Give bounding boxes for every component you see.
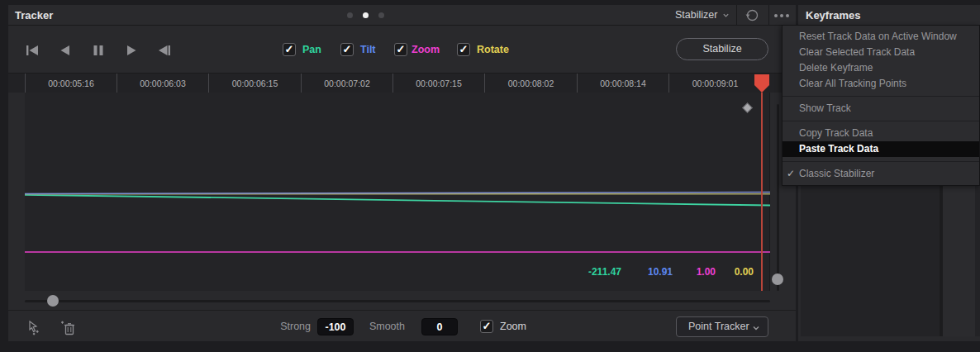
rotate-checkbox[interactable]: ✓ [457, 43, 470, 56]
page-dot-active[interactable] [363, 12, 369, 18]
checkmark-icon: ✓ [787, 166, 795, 182]
ellipsis-icon [786, 14, 789, 17]
zoom-value: 1.00 [686, 266, 716, 278]
pan-curve [25, 195, 770, 206]
pan-checkbox-label[interactable]: Pan [302, 43, 321, 56]
stabilize-button[interactable]: Stabilize [676, 38, 768, 60]
ellipsis-icon [774, 14, 778, 17]
transport-controls [25, 43, 172, 58]
zoom-checkbox[interactable]: ✓ [394, 43, 407, 56]
menu-divider [783, 161, 979, 162]
timeline-ruler[interactable]: 00:00:05:16 00:00:06:03 00:00:06:15 00:0… [8, 73, 796, 93]
ruler-timecode[interactable]: 00:00:06:15 [208, 74, 301, 93]
tracker-mode-label: Point Tracker [688, 321, 749, 332]
history-reset-icon [745, 7, 760, 23]
menu-item-clear-all-tracking-points[interactable]: Clear All Tracking Points [783, 76, 979, 92]
menu-item-paste-track-data[interactable]: Paste Track Data [783, 141, 979, 157]
timecode-label: 00:00:06:15 [232, 78, 278, 88]
keyframes-header: Keyframes [798, 5, 980, 26]
header-divider [736, 5, 737, 26]
tracker-panel: Tracker Stabilizer [8, 5, 796, 341]
trash-icon [64, 324, 74, 335]
skip-to-end-button[interactable] [157, 43, 172, 58]
timecode-label: 00:00:08:14 [600, 78, 645, 88]
ruler-timecode[interactable]: 00:00:07:15 [392, 74, 484, 93]
rotate-checkbox-label[interactable]: Rotate [477, 43, 509, 56]
menu-item-delete-keyframe[interactable]: Delete Keyframe [783, 60, 979, 76]
timecode-label: 00:00:09:01 [692, 78, 738, 88]
chevron-down-icon [722, 12, 730, 19]
ruler-timecode[interactable]: 00:00:08:14 [577, 74, 668, 93]
vertical-scale-slider-handle[interactable] [772, 274, 783, 285]
menu-item-clear-selected-track-data[interactable]: Clear Selected Track Data [783, 45, 979, 60]
ruler-timecode[interactable]: 00:00:06:03 [117, 74, 208, 93]
play-button[interactable] [124, 43, 139, 58]
tracker-header: Tracker Stabilizer [8, 5, 796, 26]
horizontal-scroll-track[interactable] [25, 300, 770, 302]
tracker-window: Tracker Stabilizer [0, 0, 980, 352]
tracker-bottom-bar: Strong Smooth ✓ Zoom Point Tracker [8, 310, 796, 341]
chevron-down-icon [752, 324, 760, 332]
tracking-graph[interactable] [25, 93, 770, 291]
menu-divider [783, 121, 979, 121]
playhead-line[interactable] [761, 93, 763, 291]
ruler-timecode[interactable]: 00:00:07:02 [301, 74, 392, 93]
zoom-checkbox-label[interactable]: Zoom [412, 43, 440, 56]
menu-item-label: Classic Stabilizer [799, 168, 874, 179]
header-divider [768, 5, 769, 26]
ruler-timecode[interactable]: 00:00:09:01 [668, 74, 761, 93]
pan-value: -211.47 [570, 266, 621, 278]
tilt-checkbox-label[interactable]: Tilt [360, 43, 376, 56]
pause-button[interactable] [91, 43, 106, 58]
add-tracker-point-button[interactable] [26, 320, 43, 336]
menu-item-copy-track-data[interactable]: Copy Track Data [783, 126, 979, 141]
vertical-scale-slider-track[interactable] [777, 104, 779, 291]
timecode-label: 00:00:07:15 [416, 78, 461, 88]
stabilizer-dropdown[interactable]: Stabilizer [675, 5, 730, 26]
page-title: Tracker [15, 5, 53, 26]
timecode-label: 00:00:08:02 [508, 78, 554, 88]
menu-divider [783, 96, 979, 97]
timecode-label: 00:00:05:16 [48, 78, 93, 88]
skip-to-start-button[interactable] [25, 43, 40, 58]
zoom-mode-label[interactable]: Zoom [500, 318, 526, 335]
page-dot[interactable] [347, 12, 353, 18]
ruler-timecode[interactable]: 00:00:05:16 [25, 74, 117, 93]
keyframes-title: Keyframes [806, 5, 861, 26]
ruler-timecode[interactable]: 00:00:08:02 [484, 74, 577, 93]
tracker-options-menu: Reset Track Data on Active Window Clear … [782, 25, 980, 186]
tracking-curves [25, 93, 770, 291]
zoom-mode-checkbox[interactable]: ✓ [480, 320, 493, 333]
menu-item-reset-track-data[interactable]: Reset Track Data on Active Window [783, 29, 979, 45]
smooth-label: Smooth [364, 318, 405, 335]
strong-label: Strong [266, 318, 311, 335]
options-menu-button[interactable] [774, 5, 789, 26]
reset-history-button[interactable] [745, 7, 760, 23]
page-dot[interactable] [378, 12, 384, 18]
tilt-checkbox[interactable]: ✓ [340, 43, 354, 56]
smooth-input[interactable] [421, 318, 458, 335]
ellipsis-icon [780, 14, 783, 17]
tilt-value: 10.91 [635, 266, 673, 278]
playhead-flag[interactable] [754, 74, 769, 93]
plus-icon [61, 321, 64, 324]
menu-item-show-track[interactable]: Show Track [783, 101, 979, 117]
tracker-mode-dropdown[interactable]: Point Tracker [676, 316, 768, 337]
rotate-value: 0.00 [724, 266, 754, 278]
timecode-label: 00:00:06:03 [140, 78, 185, 88]
page-dots[interactable] [347, 5, 384, 26]
strong-input[interactable] [317, 318, 354, 335]
horizontal-scroll-handle[interactable] [47, 295, 59, 307]
cursor-icon [30, 321, 36, 331]
timecode-label: 00:00:07:02 [324, 78, 369, 88]
stabilizer-dropdown-label: Stabilizer [675, 5, 717, 26]
pan-checkbox[interactable]: ✓ [283, 43, 296, 56]
menu-item-classic-stabilizer[interactable]: ✓ Classic Stabilizer [783, 166, 979, 182]
step-back-button[interactable] [58, 43, 73, 58]
delete-tracker-point-button[interactable] [58, 320, 76, 336]
